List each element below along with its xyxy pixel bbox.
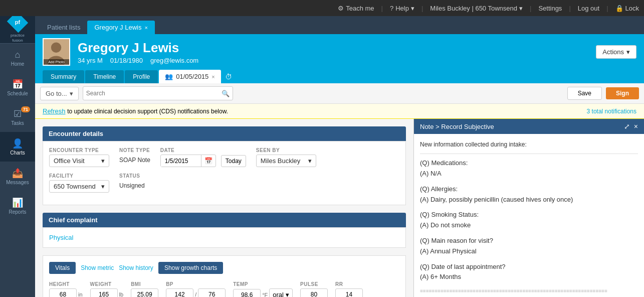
close-patient-tab-icon[interactable]: × bbox=[144, 25, 147, 31]
today-button[interactable]: Today bbox=[221, 155, 246, 167]
facility-select[interactable]: 650 Townsend ▾ bbox=[49, 180, 109, 193]
actions-button[interactable]: Actions ▾ bbox=[596, 45, 636, 59]
pulse-group: PULSE bbox=[300, 281, 328, 297]
notification-count[interactable]: 3 total notifications bbox=[587, 108, 636, 115]
show-history-tab[interactable]: Show history bbox=[119, 262, 153, 274]
rr-input[interactable] bbox=[335, 288, 363, 297]
note-panel: Note > Record Subjective ⤢ × New informa… bbox=[413, 119, 644, 297]
goto-button[interactable]: Go to... ▾ bbox=[40, 87, 79, 100]
rr-group: RR bbox=[335, 281, 363, 297]
pulse-input[interactable] bbox=[300, 288, 328, 297]
lock-button[interactable]: 🔒 Lock bbox=[615, 5, 639, 12]
app-logo: pf practicefusion bbox=[0, 16, 35, 44]
patient-dob: 01/18/1980 bbox=[110, 57, 143, 64]
show-growth-charts-tab[interactable]: Show growth charts bbox=[158, 262, 223, 274]
date-control: 📅 bbox=[160, 155, 216, 167]
add-photo-label[interactable]: Add Photo bbox=[44, 59, 69, 65]
facility-chevron-icon: ▾ bbox=[101, 183, 105, 190]
note-intro: New information collected during intake: bbox=[420, 140, 638, 150]
refresh-link[interactable]: Refresh bbox=[43, 107, 66, 115]
seen-by-select[interactable]: Miles Buckley ▾ bbox=[256, 155, 316, 167]
teach-me-button[interactable]: ⚙ Teach me bbox=[338, 5, 374, 12]
show-metric-tab[interactable]: Show metric bbox=[81, 262, 114, 274]
patient-lists-tab[interactable]: Patient lists bbox=[40, 21, 87, 34]
bmi-input[interactable] bbox=[131, 288, 158, 297]
profile-tab[interactable]: Profile bbox=[125, 70, 158, 83]
note-section-smoking: (Q) Smoking Status: (A) Do not smoke bbox=[420, 210, 638, 231]
bp-label: BP bbox=[166, 281, 226, 287]
teach-me-icon: ⚙ bbox=[338, 5, 344, 12]
notification-bar: Refresh to update clinical decision supp… bbox=[35, 104, 644, 119]
bp-diastolic-input[interactable] bbox=[198, 288, 226, 297]
height-input[interactable] bbox=[49, 288, 77, 297]
pulse-label: PULSE bbox=[300, 281, 328, 287]
logout-button[interactable]: Log out bbox=[578, 5, 599, 12]
temp-input[interactable] bbox=[233, 289, 261, 298]
bmi-group: BMI bbox=[131, 281, 158, 297]
seen-by-chevron-icon: ▾ bbox=[308, 157, 312, 165]
encounter-type-select[interactable]: Office Visit ▾ bbox=[49, 155, 109, 167]
close-note-icon[interactable]: × bbox=[634, 122, 638, 130]
help-icon: ? bbox=[390, 5, 393, 12]
encounter-tab[interactable]: 👥 01/05/2015 × bbox=[159, 70, 221, 83]
user-location-chevron-icon: ▾ bbox=[519, 5, 523, 12]
home-icon: ⌂ bbox=[15, 50, 21, 60]
expand-note-icon[interactable]: ⤢ bbox=[624, 122, 630, 130]
weight-label: WEIGHT bbox=[90, 281, 124, 287]
temp-unit: °F bbox=[262, 292, 268, 298]
toolbar: Go to... ▾ 🔍 Save Sign bbox=[35, 83, 644, 104]
messages-icon: 📤 bbox=[12, 168, 23, 179]
patient-name: Gregory J Lewis bbox=[78, 40, 198, 56]
search-icon[interactable]: 🔍 bbox=[222, 90, 230, 97]
patient-age: 34 yrs M bbox=[78, 57, 103, 64]
sidebar-item-tasks[interactable]: 71 ☑ Tasks bbox=[0, 102, 35, 132]
complaint-link[interactable]: Physical bbox=[49, 234, 73, 241]
close-encounter-tab-icon[interactable]: × bbox=[211, 74, 214, 80]
bp-systolic-input[interactable] bbox=[166, 288, 193, 297]
settings-button[interactable]: Settings bbox=[538, 5, 562, 12]
patient-email: greg@lewis.com bbox=[150, 57, 198, 64]
help-chevron-icon: ▾ bbox=[411, 5, 414, 12]
temp-group: TEMP °F oral ▾ bbox=[233, 281, 293, 297]
sidebar-item-reports[interactable]: 📊 Reports bbox=[0, 191, 35, 221]
sidebar-item-charts[interactable]: 👤 Charts bbox=[0, 132, 35, 162]
notification-text: to update clinical decision support (CDS… bbox=[67, 108, 228, 115]
sidebar-item-home[interactable]: ⌂ Home bbox=[0, 44, 35, 73]
date-input[interactable] bbox=[161, 156, 201, 167]
vitals-tab-active[interactable]: Vitals bbox=[49, 262, 76, 274]
search-box: 🔍 bbox=[83, 86, 233, 100]
sidebar-item-schedule[interactable]: 📅 Schedule bbox=[0, 73, 35, 102]
status-value: Unsigned bbox=[119, 180, 145, 191]
sidebar: pf practicefusion ⌂ Home 📅 Schedule 71 ☑… bbox=[0, 16, 35, 297]
temp-label: TEMP bbox=[233, 281, 293, 287]
note-section-medications: (Q) Medications: (A) N/A bbox=[420, 158, 638, 179]
patient-header: Add Photo Gregory J Lewis 34 yrs M 01/18… bbox=[35, 34, 644, 83]
save-button[interactable]: Save bbox=[567, 87, 602, 100]
note-section-last-appointment: (Q) Date of last appointment? (A) 6+ Mon… bbox=[420, 262, 638, 283]
note-section-main-reason: (Q) Main reason for visit? (A) Annual Ph… bbox=[420, 236, 638, 257]
help-button[interactable]: ? Help ▾ bbox=[390, 5, 414, 12]
user-location-menu[interactable]: Miles Buckley | 650 Townsend ▾ bbox=[430, 5, 523, 12]
temp-mode-select[interactable]: oral ▾ bbox=[269, 288, 293, 297]
patient-tab-active[interactable]: Gregory J Lewis × bbox=[87, 21, 154, 34]
rr-label: RR bbox=[335, 281, 363, 287]
facility-label: FACILITY bbox=[49, 173, 109, 179]
calendar-icon[interactable]: 📅 bbox=[201, 155, 216, 167]
history-icon[interactable]: ⏱ bbox=[225, 73, 232, 81]
height-unit: in bbox=[78, 291, 83, 297]
encounter-type-chevron-icon: ▾ bbox=[101, 157, 105, 165]
sign-button[interactable]: Sign bbox=[606, 87, 639, 99]
status-label: STATUS bbox=[119, 173, 145, 179]
weight-unit: lb bbox=[119, 291, 124, 297]
height-group: HEIGHT in bbox=[49, 281, 83, 297]
bmi-label: BMI bbox=[131, 281, 158, 287]
patient-tabs-bar: Patient lists Gregory J Lewis × bbox=[35, 16, 644, 34]
search-input[interactable] bbox=[86, 90, 222, 97]
encounter-type-label: ENCOUNTER TYPE bbox=[49, 147, 109, 153]
weight-group: WEIGHT lb bbox=[90, 281, 124, 297]
sidebar-item-messages[interactable]: 📤 Messages bbox=[0, 162, 35, 191]
tasks-icon: ☑ bbox=[14, 108, 22, 119]
weight-input[interactable] bbox=[90, 288, 118, 297]
summary-tab[interactable]: Summary bbox=[43, 70, 84, 83]
timeline-tab[interactable]: Timeline bbox=[85, 70, 124, 83]
